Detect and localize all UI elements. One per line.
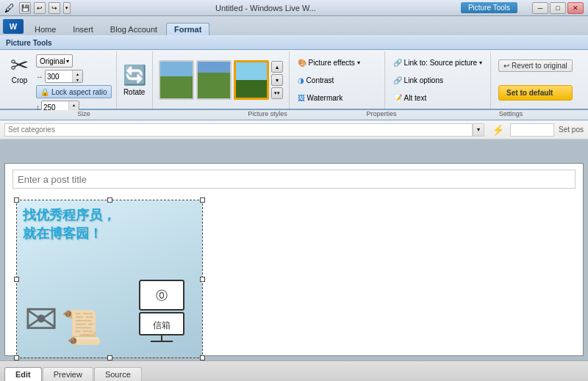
height-up[interactable]: ▴: [69, 101, 79, 107]
svg-text:信箱: 信箱: [153, 320, 171, 330]
title-bar-save-icon[interactable]: 💾: [19, 2, 31, 14]
tab-home[interactable]: Home: [26, 23, 64, 35]
rotate-icon: 🔄: [123, 64, 146, 87]
blog-editor: 找优秀程序员， 就在博客园！ ✉ 📜 ⓪: [4, 163, 584, 356]
width-icon: ↔: [36, 73, 43, 81]
pc-monitor-graphic: ⓪ 信箱: [132, 279, 191, 346]
settings-group: ↩ Revert to original Set to default: [491, 51, 580, 109]
style-scroll-up[interactable]: ▴: [271, 61, 283, 73]
window-title: Untitled - Windows Live W...: [71, 4, 461, 12]
link-to-source-button[interactable]: 🔗 Link to: Source picture ▾: [391, 58, 485, 68]
picture-tools-label-bar: Picture Tools: [0, 35, 588, 50]
maximize-button[interactable]: □: [550, 2, 566, 14]
handle-top-middle[interactable]: [107, 197, 112, 203]
handle-bottom-right[interactable]: [200, 355, 205, 360]
tab-edit[interactable]: Edit: [4, 367, 42, 381]
tab-source[interactable]: Source: [94, 367, 142, 381]
title-bar: 🖊 💾 ↩ ↪ ▾ Untitled - Windows Live W... P…: [0, 0, 588, 16]
minimize-button[interactable]: ─: [532, 2, 548, 14]
handle-bottom-left[interactable]: [14, 355, 19, 360]
tab-blog-account[interactable]: Blog Account: [102, 23, 165, 35]
link-options-icon: 🔗: [393, 76, 402, 84]
style-thumb-1[interactable]: [159, 60, 194, 100]
width-input-wrap: ▴ ▾: [45, 70, 83, 83]
close-button[interactable]: ✕: [567, 2, 584, 14]
properties-label: Properties: [326, 110, 437, 120]
image-selection-wrapper: 找优秀程序员， 就在博客园！ ✉ 📜 ⓪: [17, 200, 202, 358]
handle-top-left[interactable]: [14, 197, 19, 203]
style-thumb-2[interactable]: [196, 60, 232, 100]
lock-row: 🔒 Lock aspect ratio: [36, 85, 112, 98]
tab-insert[interactable]: Insert: [65, 23, 101, 35]
rotate-button[interactable]: 🔄 Rotate: [117, 51, 153, 109]
watermark-icon: 🖼: [298, 94, 305, 102]
link-options-button[interactable]: 🔗 Link options: [391, 76, 485, 85]
crop-group: ✂ Crop Original ▾ ↔ ▴ ▾: [3, 51, 117, 109]
window-icon: 🖊: [4, 2, 15, 14]
lock-icon: 🔒: [40, 88, 49, 96]
title-bar-dropdown-icon[interactable]: ▾: [63, 2, 71, 14]
link-group: 🔗 Link to: Source picture ▾ 🔗 Link optio…: [385, 51, 492, 109]
crop-icon: ✂: [10, 54, 29, 76]
category-dropdown-arrow[interactable]: ▾: [473, 123, 484, 137]
picture-styles-label: Picture styles: [209, 110, 326, 120]
width-spinners: ▴ ▾: [72, 70, 82, 82]
image-chinese-text1: 找优秀程序员， 就在博客园！: [23, 206, 115, 243]
title-bar-undo-icon[interactable]: ↩: [34, 2, 46, 14]
set-pos-label: Set pos: [559, 126, 584, 134]
lock-button[interactable]: 🔒 Lock aspect ratio: [36, 85, 112, 98]
watermark-button[interactable]: 🖼 Watermark: [295, 93, 379, 103]
lock-label: Lock aspect ratio: [51, 88, 107, 96]
category-input-wrap: ▾: [4, 123, 484, 137]
alt-text-icon: 📝: [393, 94, 402, 102]
effects-icon: 🎨: [298, 59, 306, 67]
width-row: ↔ ▴ ▾: [36, 70, 112, 83]
width-input[interactable]: [46, 73, 72, 81]
picture-tools-badge: Picture Tools: [461, 2, 517, 13]
contrast-button[interactable]: ◑ Contrast: [295, 76, 379, 85]
style-scroll-more[interactable]: ▾▾: [271, 87, 283, 99]
category-input[interactable]: [4, 123, 473, 137]
style-scroll-down[interactable]: ▾: [271, 74, 283, 86]
ribbon-group-labels: Size Picture styles Properties Settings: [0, 110, 588, 120]
original-label: Original: [40, 57, 65, 65]
envelope-graphic: ✉: [24, 296, 58, 343]
handle-middle-right[interactable]: [200, 277, 205, 282]
office-button[interactable]: W: [3, 19, 24, 34]
picture-effects-button[interactable]: 🎨 Picture effects ▾: [295, 58, 379, 68]
handle-middle-left[interactable]: [14, 277, 19, 282]
editor-area: 找优秀程序员， 就在博客园！ ✉ 📜 ⓪: [0, 159, 588, 360]
svg-text:⓪: ⓪: [156, 289, 168, 302]
image-placeholder[interactable]: 找优秀程序员， 就在博客园！ ✉ 📜 ⓪: [17, 200, 202, 358]
rotate-label: Rotate: [123, 88, 145, 96]
set-default-button[interactable]: Set to default: [498, 85, 573, 101]
post-title-input[interactable]: [12, 170, 576, 189]
original-dropdown[interactable]: Original ▾: [36, 54, 73, 68]
handle-top-right[interactable]: [200, 197, 205, 203]
bottom-tabs-bar: Edit Preview Source: [0, 360, 588, 381]
main-content: 找优秀程序员， 就在博客园！ ✉ 📜 ⓪: [0, 139, 588, 381]
crop-button[interactable]: ✂ Crop: [7, 53, 32, 86]
rotate-label-bottom: [165, 110, 209, 120]
effects-dropdown-arrow: ▾: [357, 59, 360, 66]
style-thumb-3[interactable]: [234, 60, 269, 100]
revert-icon: ↩: [503, 62, 509, 70]
effects-properties-group: 🎨 Picture effects ▾ ◑ Contrast 🖼 Waterma…: [290, 51, 385, 109]
size-label: Size: [3, 110, 165, 120]
original-dropdown-arrow: ▾: [66, 58, 69, 65]
width-down[interactable]: ▾: [73, 76, 82, 82]
handle-bottom-middle[interactable]: [107, 355, 112, 360]
link-dropdown-arrow: ▾: [479, 59, 482, 66]
tab-preview[interactable]: Preview: [43, 367, 93, 381]
picture-styles-group: ▴ ▾ ▾▾: [153, 51, 290, 109]
tab-format[interactable]: Format: [166, 23, 209, 35]
width-up[interactable]: ▴: [73, 70, 82, 76]
original-select-row: Original ▾: [36, 54, 112, 68]
title-bar-redo-icon[interactable]: ↪: [49, 2, 60, 14]
letter-graphic: 📜: [61, 308, 102, 346]
revert-button[interactable]: ↩ Revert to original: [498, 59, 573, 72]
set-pos-input[interactable]: [510, 123, 554, 137]
link-icon: 🔗: [393, 59, 402, 67]
category-bar: ▾ ⚡ Set pos: [0, 120, 588, 139]
alt-text-button[interactable]: 📝 Alt text: [391, 93, 485, 103]
